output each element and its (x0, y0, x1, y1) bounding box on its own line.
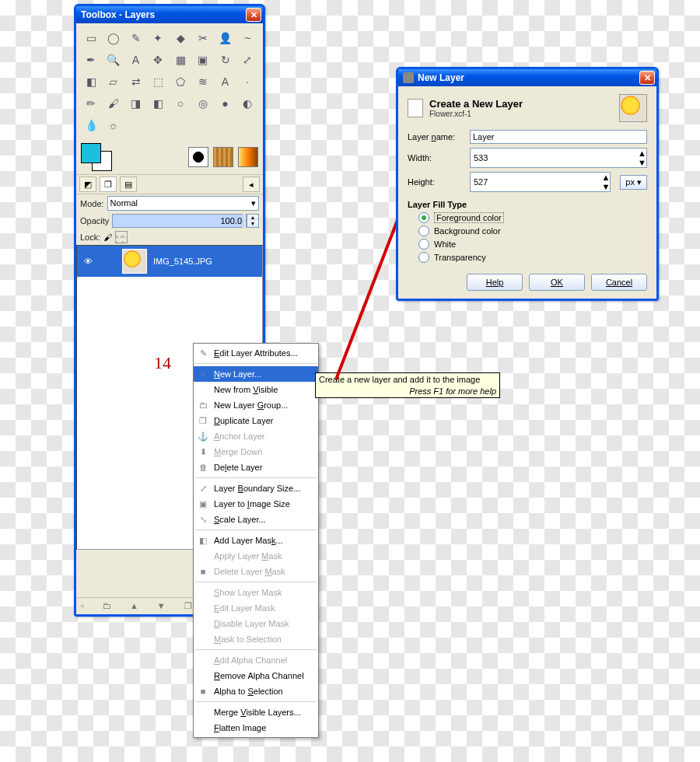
tool-text[interactable]: ⬠ (170, 72, 191, 92)
menu-icon: ⚓ (197, 430, 209, 442)
tool-ellipse-select[interactable]: ◯ (103, 28, 124, 48)
tool-eraser[interactable]: 🖌 (103, 93, 124, 114)
tool-heal[interactable]: ◎ (193, 93, 213, 114)
menu-new-layer[interactable]: ▫New Layer... (194, 366, 318, 382)
unit-select[interactable]: px ▾ (620, 175, 647, 190)
tool-move[interactable]: ✥ (148, 50, 168, 70)
layer-name-input[interactable] (470, 130, 647, 144)
fg-bg-swatch[interactable] (81, 143, 112, 171)
toolbox-titlebar[interactable]: Toolbox - Layers ✕ (76, 6, 263, 23)
fill-option-transparency[interactable]: Transparency (418, 252, 647, 263)
menu-layer-boundary-size[interactable]: ⤢Layer Boundary Size... (194, 481, 318, 496)
tab-layers[interactable]: ❐ (100, 177, 117, 192)
menu-flatten-image[interactable]: Flatten Image (194, 720, 318, 736)
menu-alpha-to-selection[interactable]: ■Alpha to Selection (194, 683, 318, 699)
tool-dodge-burn[interactable]: ☼ (103, 115, 124, 135)
tool-ink[interactable]: ◧ (148, 93, 168, 114)
tool-blur-sharpen[interactable]: ◐ (237, 93, 257, 114)
tab-channels[interactable]: ▤ (120, 177, 137, 192)
menu-icon (197, 602, 209, 614)
ok-button[interactable]: OK (529, 274, 585, 291)
menu-add-layer-mask[interactable]: ◧Add Layer Mask... (194, 533, 318, 548)
menu-edit-layer-attributes[interactable]: ✎Edit Layer Attributes... (194, 345, 318, 361)
gradient-preview[interactable] (238, 147, 258, 167)
menu-new-from-visible[interactable]: New from Visible (194, 382, 318, 397)
opacity-slider[interactable]: 100.0 (112, 214, 243, 228)
tool-clone[interactable]: ○ (170, 93, 191, 114)
tool-shear[interactable]: ◧ (81, 72, 101, 92)
fill-option-white[interactable]: White (418, 239, 647, 250)
tool-free-select[interactable]: ✎ (126, 28, 146, 48)
lock-alpha-icon[interactable] (115, 231, 128, 243)
width-input[interactable]: ▲▼ (470, 148, 647, 168)
tab-tool-options[interactable]: ◩ (79, 177, 96, 192)
fill-option-foreground-color[interactable]: Foreground color (418, 212, 647, 223)
new-group-icon[interactable]: 🗀 (103, 601, 111, 611)
cancel-button[interactable]: Cancel (591, 274, 647, 291)
help-button[interactable]: Help (467, 274, 523, 291)
visibility-icon[interactable]: 👁 (82, 255, 94, 267)
layer-thumbnail[interactable] (122, 249, 147, 274)
step-callout: 14 (154, 353, 171, 373)
fill-option-background-color[interactable]: Background color (418, 225, 647, 236)
tool-zoom[interactable]: 🔍 (103, 50, 124, 70)
tab-menu-icon[interactable]: ◂ (243, 177, 260, 192)
tool-crop[interactable]: ▣ (193, 50, 213, 70)
tool-pencil[interactable]: · (237, 72, 257, 92)
close-icon[interactable]: ✕ (246, 8, 261, 22)
tool-blend[interactable]: A (215, 72, 236, 92)
lock-label: Lock: (80, 232, 100, 242)
dialog-titlebar[interactable]: New Layer ✕ (398, 69, 656, 86)
opacity-spinner[interactable]: ▲▼ (247, 215, 258, 227)
separator (195, 649, 317, 650)
menu-apply-layer-mask: Apply Layer Mask (194, 548, 318, 564)
menu-delete-layer[interactable]: 🗑Delete Layer (194, 460, 318, 475)
tool-perspective-clone[interactable]: ● (215, 93, 236, 114)
tool-rect-select[interactable]: ▭ (81, 28, 101, 48)
tool-measure[interactable]: A (126, 50, 146, 70)
tool-smudge[interactable]: 💧 (81, 115, 101, 135)
new-layer-icon[interactable]: ▫ (81, 601, 84, 611)
dialog-header: Create a New Layer (429, 98, 523, 110)
menu-icon: ◧ (197, 534, 209, 547)
menu-duplicate-layer[interactable]: ❐Duplicate Layer (194, 413, 318, 428)
height-input[interactable]: ▲▼ (470, 172, 611, 192)
menu-scale-layer[interactable]: ⤡Scale Layer... (194, 512, 318, 527)
tool-foreground-select[interactable]: 👤 (215, 28, 236, 48)
menu-merge-down: ⬇Merge Down (194, 444, 318, 460)
layer-name-label: Layer name: (408, 132, 464, 142)
tool-by-color-select[interactable]: ◆ (170, 28, 191, 48)
radio-icon (418, 239, 429, 250)
lock-pixels-icon[interactable]: 🖌 (103, 232, 112, 242)
layer-row[interactable]: 👁 IMG_5145.JPG (77, 246, 262, 277)
tool-paths[interactable]: ~ (237, 28, 257, 48)
menu-remove-alpha-channel[interactable]: Remove Alpha Channel (194, 668, 318, 683)
menu-label: Anchor Layer (214, 432, 264, 441)
tool-scale[interactable]: ⤢ (237, 50, 257, 70)
menu-merge-visible-layers[interactable]: Merge Visible Layers... (194, 704, 318, 720)
brush-preview[interactable] (188, 147, 208, 167)
tool-perspective[interactable]: ▱ (103, 72, 124, 92)
separator (195, 701, 317, 702)
menu-layer-to-image-size[interactable]: ▣Layer to Image Size (194, 496, 318, 512)
menu-new-layer-group[interactable]: 🗀New Layer Group... (194, 397, 318, 413)
tool-color-picker[interactable]: ✒ (81, 50, 101, 70)
pattern-preview[interactable] (213, 147, 233, 167)
tool-fuzzy-select[interactable]: ✦ (148, 28, 168, 48)
tool-cage[interactable]: ⬚ (148, 72, 168, 92)
tool-bucket-fill[interactable]: ≋ (193, 72, 213, 92)
tool-align[interactable]: ▦ (170, 50, 191, 70)
toolbox-title: Toolbox - Layers (81, 9, 155, 20)
tool-scissors[interactable]: ✂ (193, 28, 213, 48)
menu-icon (197, 633, 209, 645)
tool-paintbrush[interactable]: ✏ (81, 93, 101, 114)
mode-select[interactable]: Normal▾ (107, 196, 259, 211)
radio-label: Transparency (434, 253, 486, 262)
lower-layer-icon[interactable]: ▼ (157, 601, 166, 611)
raise-layer-icon[interactable]: ▲ (130, 601, 138, 611)
tool-airbrush[interactable]: ◨ (126, 93, 146, 114)
duplicate-layer-icon[interactable]: ❐ (184, 601, 192, 611)
tool-flip[interactable]: ⇄ (126, 72, 146, 92)
close-icon[interactable]: ✕ (639, 71, 655, 85)
tool-rotate[interactable]: ↻ (215, 50, 236, 70)
